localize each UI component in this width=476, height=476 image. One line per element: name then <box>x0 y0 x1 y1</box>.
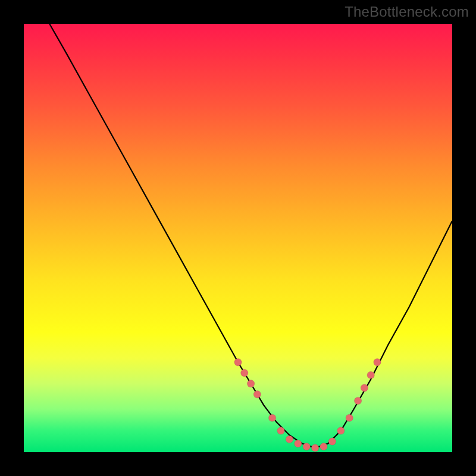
marker-dot <box>311 444 318 452</box>
watermark-text: TheBottleneck.com <box>345 4 469 20</box>
marker-dot <box>354 397 361 404</box>
marker-dot <box>367 371 374 378</box>
marker-dots <box>234 359 381 452</box>
marker-dot <box>346 414 353 421</box>
marker-dot <box>234 359 242 366</box>
marker-dot <box>303 443 310 450</box>
marker-dot <box>277 427 284 434</box>
marker-dot <box>247 380 254 387</box>
marker-dot <box>268 414 275 421</box>
marker-dot <box>328 438 336 445</box>
marker-dot <box>241 369 248 377</box>
chart-svg <box>24 24 452 452</box>
marker-dot <box>295 440 302 447</box>
chart-frame: TheBottleneck.com <box>0 0 476 476</box>
marker-dot <box>374 359 381 366</box>
marker-dot <box>253 391 261 398</box>
marker-dot <box>286 436 293 443</box>
plot-area <box>24 24 452 452</box>
marker-dot <box>361 384 368 392</box>
marker-dot <box>320 443 327 450</box>
marker-dot <box>337 427 345 434</box>
